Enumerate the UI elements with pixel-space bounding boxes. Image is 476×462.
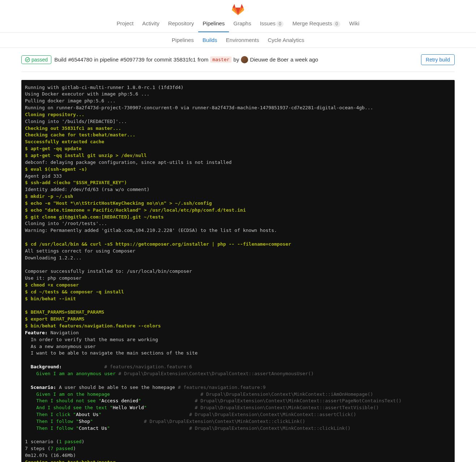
main-nav-repository[interactable]: Repository — [164, 17, 199, 32]
count-badge: 0 — [276, 21, 284, 27]
sub-nav: PipelinesBuildsEnvironmentsCycle Analyti… — [0, 33, 476, 47]
main-nav-wiki[interactable]: Wiki — [345, 17, 364, 32]
for-commit-text: for commit — [146, 56, 172, 63]
sub-nav-cycle-analytics[interactable]: Cycle Analytics — [263, 33, 309, 47]
ref-label[interactable]: master — [210, 56, 231, 63]
build-log[interactable]: Running with gitlab-ci-multi-runner 1.8.… — [21, 80, 455, 462]
main-nav-graphs[interactable]: Graphs — [229, 17, 255, 32]
sub-nav-pipelines[interactable]: Pipelines — [167, 33, 198, 47]
main-nav-pipelines[interactable]: Pipelines — [198, 17, 229, 32]
pipeline-id[interactable]: #5097739 — [120, 56, 145, 63]
retry-build-button[interactable]: Retry build — [421, 54, 455, 65]
count-badge: 0 — [333, 21, 341, 27]
status-text: passed — [31, 57, 48, 63]
sub-nav-builds[interactable]: Builds — [198, 33, 222, 47]
main-nav-activity[interactable]: Activity — [138, 17, 164, 32]
commit-sha[interactable]: 35831fc1 — [174, 56, 196, 63]
main-nav: ProjectActivityRepositoryPipelinesGraphs… — [0, 17, 476, 32]
build-time: a week ago — [290, 56, 318, 63]
build-id[interactable]: #6544780 — [68, 56, 93, 63]
main-nav-merge-requests[interactable]: Merge Requests0 — [288, 17, 345, 32]
avatar[interactable] — [241, 56, 248, 63]
from-text: from — [197, 56, 208, 63]
check-circle-icon — [25, 57, 30, 62]
in-pipeline-text: in pipeline — [94, 56, 119, 63]
build-word: Build — [54, 56, 66, 63]
gitlab-logo-icon — [231, 3, 245, 16]
by-text: by — [233, 56, 239, 63]
main-nav-issues[interactable]: Issues0 — [255, 17, 288, 32]
sub-nav-environments[interactable]: Environments — [222, 33, 264, 47]
status-badge: passed — [21, 55, 51, 64]
build-header: passed Build #6544780 in pipeline #50977… — [21, 48, 455, 72]
main-nav-project[interactable]: Project — [112, 17, 138, 32]
author-name[interactable]: Dieuwe de Boer — [250, 56, 289, 63]
